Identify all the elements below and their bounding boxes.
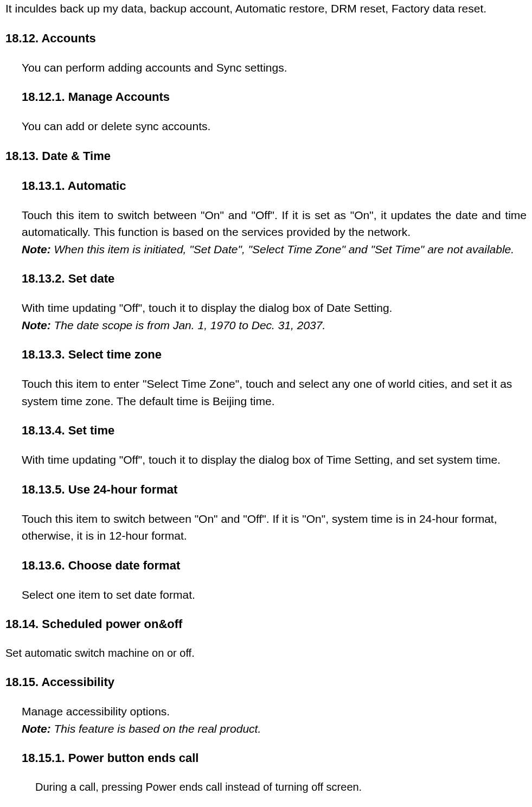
text-18-14: Set automatic switch machine on or off.	[5, 645, 527, 661]
text-18-12-1: You can add or delete sync accounts.	[5, 118, 527, 135]
note-text: The date scope is from Jan. 1, 1970 to D…	[51, 319, 326, 331]
intro-text: It inculdes back up my data, backup acco…	[5, 0, 527, 17]
text-18-12: You can perform adding accounts and Sync…	[5, 59, 527, 76]
heading-18-13-1: 18.13.1. Automatic	[5, 177, 527, 195]
heading-18-15-1: 18.15.1. Power button ends call	[5, 749, 527, 767]
text-18-13-6: Select one item to set date format.	[5, 586, 527, 604]
document-page: It inculdes back up my data, backup acco…	[0, 0, 532, 807]
note-label: Note:	[22, 243, 51, 255]
text-18-15: Manage accessibility options.	[5, 703, 527, 720]
heading-18-13-2: 18.13.2. Set date	[5, 270, 527, 287]
note-18-13-1: Note: When this item is initiated, "Set …	[5, 241, 527, 258]
heading-18-12: 18.12. Accounts	[5, 29, 527, 47]
heading-18-15: 18.15. Accessibility	[5, 673, 527, 691]
note-18-15: Note: This feature is based on the real …	[5, 720, 527, 738]
note-label: Note:	[22, 722, 51, 735]
text-18-13-3: Touch this item to enter "Select Time Zo…	[5, 375, 527, 409]
text-18-13-4: With time updating "Off", touch it to di…	[5, 451, 527, 469]
heading-18-14: 18.14. Scheduled power on&off	[5, 615, 527, 633]
heading-18-13: 18.13. Date & Time	[5, 147, 527, 165]
text-18-13-5: Touch this item to switch between "On" a…	[5, 510, 527, 545]
heading-18-13-3: 18.13.3. Select time zone	[5, 345, 527, 363]
text-18-13-2: With time updating "Off", touch it to di…	[5, 299, 527, 317]
heading-18-13-4: 18.13.4. Set time	[5, 421, 527, 439]
heading-18-13-5: 18.13.5. Use 24-hour format	[5, 481, 527, 498]
text-18-13-1: Touch this item to switch between "On" a…	[5, 207, 527, 241]
note-label: Note:	[22, 319, 51, 331]
text-18-15-1: During a call, pressing Power ends call …	[5, 779, 527, 795]
heading-18-12-1: 18.12.1. Manage Accounts	[5, 88, 527, 106]
note-text: When this item is initiated, "Set Date",…	[51, 243, 514, 255]
heading-18-13-6: 18.13.6. Choose date format	[5, 556, 527, 574]
note-18-13-2: Note: The date scope is from Jan. 1, 197…	[5, 317, 527, 334]
note-text: This feature is based on the real produc…	[51, 722, 261, 735]
